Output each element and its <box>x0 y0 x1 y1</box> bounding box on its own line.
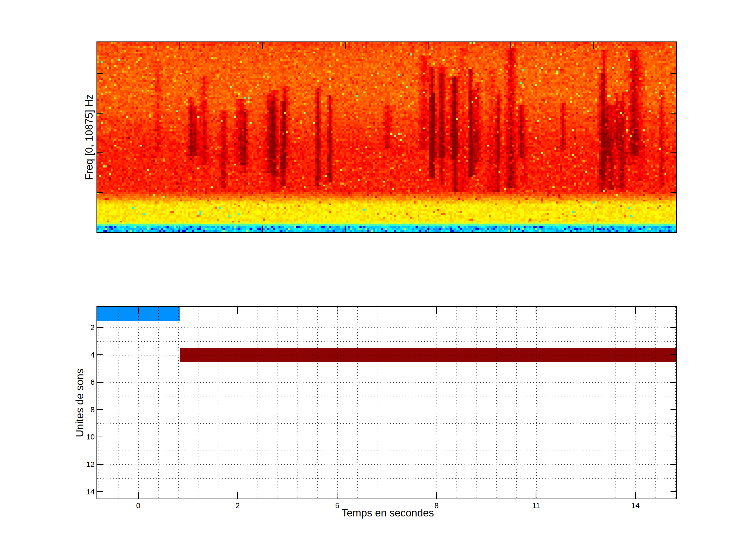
x-tick-label: 8 <box>434 501 439 510</box>
spec-x-tick <box>593 225 594 232</box>
gantt-y-tick <box>670 354 676 355</box>
spec-x-tick <box>593 42 594 49</box>
gantt-y-tick <box>97 382 103 383</box>
h-gridline <box>97 369 676 369</box>
v-gridline <box>377 307 378 499</box>
v-gridline <box>99 307 99 499</box>
v-gridline <box>337 307 338 499</box>
v-gridline <box>317 307 318 499</box>
h-gridline <box>97 478 676 479</box>
spectrogram-axes <box>97 42 677 233</box>
spec-y-tick <box>670 153 676 153</box>
v-gridline <box>198 307 199 499</box>
v-gridline <box>616 307 616 499</box>
spec-x-tick <box>179 225 180 232</box>
h-gridline <box>97 437 676 437</box>
spec-x-tick <box>345 42 346 49</box>
spectrogram-ylabel: Freq [0, 10875] Hz <box>83 94 95 180</box>
h-gridline <box>97 410 676 410</box>
v-gridline <box>298 307 298 499</box>
v-gridline <box>636 307 636 499</box>
x-tick-label: 14 <box>631 501 640 510</box>
x-tick-label: 5 <box>335 501 339 510</box>
h-gridline <box>97 464 676 465</box>
spec-y-tick <box>97 113 103 113</box>
v-gridline <box>437 307 437 499</box>
v-gridline <box>457 307 457 499</box>
gantt-y-tick <box>670 436 676 437</box>
h-gridline <box>97 314 676 314</box>
x-tick-label: 2 <box>235 501 240 510</box>
gantt-x-tick <box>337 492 337 499</box>
gantt-y-tick <box>670 327 676 328</box>
gantt-y-tick <box>670 464 676 465</box>
gantt-x-tick <box>536 492 536 499</box>
v-gridline <box>138 307 139 499</box>
gantt-y-tick <box>670 409 676 410</box>
gantt-y-tick <box>670 491 676 492</box>
y-tick-label: 4 <box>58 350 95 359</box>
gantt-y-tick <box>670 382 676 383</box>
v-gridline <box>596 307 596 499</box>
v-gridline <box>675 307 676 499</box>
v-gridline <box>218 307 218 499</box>
y-tick-label: 12 <box>58 460 95 469</box>
x-tick-label: 0 <box>136 501 140 510</box>
gantt-x-tick <box>436 307 437 314</box>
h-gridline <box>97 355 676 355</box>
v-gridline <box>178 307 179 499</box>
spec-x-tick <box>179 42 180 49</box>
gantt-x-tick <box>635 307 636 314</box>
gantt-x-tick <box>436 492 437 499</box>
gantt-x-tick <box>337 307 337 314</box>
gantt-ylabel: Unites de sons <box>74 369 85 437</box>
gantt-axes <box>97 306 677 499</box>
gantt-x-tick <box>536 307 536 314</box>
h-gridline <box>97 327 676 328</box>
gantt-x-tick <box>237 307 238 314</box>
gantt-xlabel: Temps en secondes <box>342 507 434 519</box>
v-gridline <box>238 307 238 499</box>
spec-y-tick <box>670 192 676 193</box>
v-gridline <box>397 307 397 499</box>
v-gridline <box>655 307 656 499</box>
spec-x-tick <box>428 42 429 49</box>
gantt-y-tick <box>97 354 103 355</box>
y-tick-label: 14 <box>58 487 95 496</box>
gantt-y-tick <box>97 491 103 492</box>
y-tick-label: 2 <box>58 323 95 332</box>
gantt-y-tick <box>97 409 103 410</box>
gantt-x-tick <box>138 307 139 314</box>
spec-x-tick <box>262 42 263 49</box>
v-gridline <box>536 307 537 499</box>
spec-y-tick <box>670 113 676 113</box>
x-tick-label: 11 <box>532 501 540 510</box>
spec-y-tick <box>97 192 103 193</box>
gantt-x-tick <box>138 492 139 499</box>
spec-y-tick <box>97 153 103 153</box>
gantt-y-tick <box>97 327 103 328</box>
gantt-x-tick <box>635 492 636 499</box>
v-gridline <box>278 307 278 499</box>
gantt-y-tick <box>97 464 103 465</box>
spectrogram-image <box>97 42 676 232</box>
spec-x-tick <box>428 225 429 232</box>
h-gridline <box>97 451 676 451</box>
v-gridline <box>258 307 258 499</box>
h-gridline <box>97 396 676 396</box>
h-gridline <box>97 423 676 424</box>
h-gridline <box>97 492 676 492</box>
v-gridline <box>556 307 556 499</box>
v-gridline <box>357 307 358 499</box>
v-gridline <box>516 307 517 499</box>
v-gridline <box>119 307 119 499</box>
spec-x-tick <box>511 225 511 232</box>
spec-x-tick <box>511 42 511 49</box>
spec-x-tick <box>345 225 346 232</box>
gantt-y-tick <box>97 436 103 437</box>
h-gridline <box>97 382 676 383</box>
v-gridline <box>158 307 159 499</box>
gantt-x-tick <box>237 492 238 499</box>
v-gridline <box>476 307 477 499</box>
spec-y-tick <box>97 73 103 74</box>
